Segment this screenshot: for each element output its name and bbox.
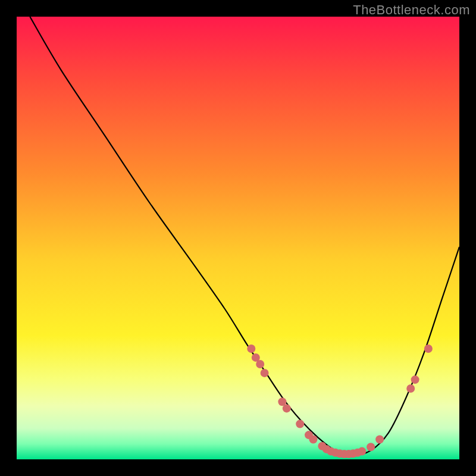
data-marker <box>406 384 415 393</box>
curve-layer <box>17 17 459 459</box>
data-marker <box>358 447 366 456</box>
data-marker <box>283 404 291 412</box>
bottleneck-curve <box>30 17 459 455</box>
plot-area <box>17 17 459 459</box>
data-marker <box>296 420 304 428</box>
data-marker <box>367 443 375 451</box>
data-marker <box>411 375 419 384</box>
watermark-text: TheBottleneck.com <box>353 2 470 18</box>
data-marker <box>261 369 269 377</box>
chart-frame: TheBottleneck.com <box>0 0 476 476</box>
data-marker <box>309 436 318 444</box>
data-marker <box>247 345 255 353</box>
data-marker <box>256 360 264 368</box>
data-marker <box>424 345 433 353</box>
data-marker <box>375 436 384 444</box>
